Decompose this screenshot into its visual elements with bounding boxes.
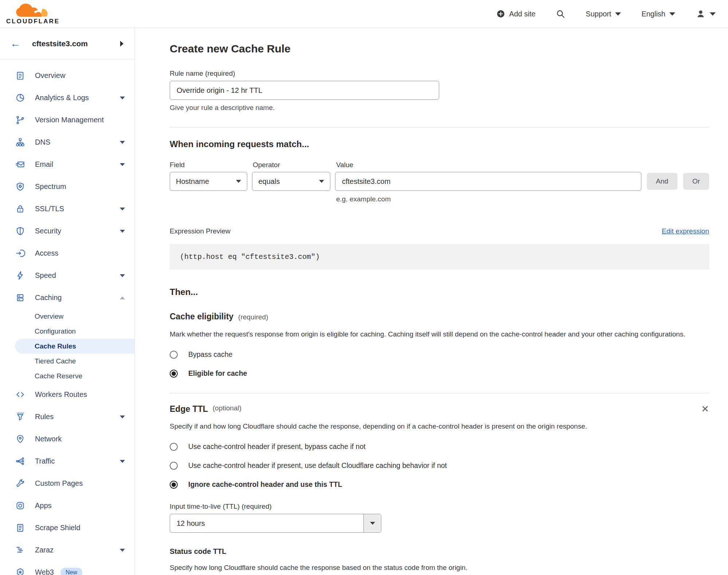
operator-select[interactable]: equals	[252, 172, 330, 191]
sidebar-subitem-cache-rules[interactable]: Cache Rules	[15, 339, 134, 354]
sidebar-subitem-label: Configuration	[35, 327, 76, 335]
sidebar-item-access[interactable]: Access	[0, 242, 134, 264]
sidebar-item-network[interactable]: Network	[0, 428, 134, 450]
sidebar-item-speed[interactable]: Speed	[0, 264, 134, 287]
radio-icon[interactable]	[170, 462, 178, 470]
edge-ttl-title: Edge TTL	[170, 404, 208, 414]
sidebar-item-web3[interactable]: Web3 New	[0, 561, 134, 575]
radio-ignore-cache-control[interactable]: Ignore cache-control header and use this…	[170, 480, 709, 489]
radio-label: Bypass cache	[188, 350, 232, 359]
user-icon	[696, 9, 706, 19]
cache-eligibility-title-row: Cache eligibility (required)	[170, 312, 709, 322]
sidebar-nav: Overview Analytics & Logs Version Manage…	[0, 59, 134, 575]
chevron-right-icon[interactable]	[120, 41, 123, 47]
ttl-input-label: Input time-to-live (TTL) (required)	[170, 503, 709, 511]
radio-bypass-cache[interactable]: Bypass cache	[170, 350, 709, 359]
radio-cache-control-bypass[interactable]: Use cache-control header if present, byp…	[170, 442, 709, 451]
chevron-down-icon	[120, 416, 125, 418]
custom-pages-icon	[15, 478, 25, 489]
sidebar-item-label: Access	[35, 249, 58, 257]
language-menu[interactable]: English	[641, 10, 675, 18]
support-menu[interactable]: Support	[586, 10, 621, 18]
top-bar: CLOUDFLARE Add site Support English	[0, 0, 728, 28]
sidebar-item-security[interactable]: Security	[0, 220, 134, 242]
sidebar-subitem-label: Cache Rules	[35, 342, 76, 350]
chevron-down-icon	[120, 274, 125, 277]
sidebar-item-overview[interactable]: Overview	[0, 64, 134, 87]
ttl-select-dropdown-button[interactable]	[363, 514, 381, 532]
radio-label: Use cache-control header if present, use…	[188, 461, 447, 470]
ttl-select[interactable]: 12 hours	[170, 514, 381, 533]
radio-icon-selected[interactable]	[170, 370, 178, 378]
match-heading: When incoming requests match...	[170, 139, 709, 149]
add-site-button[interactable]: Add site	[496, 9, 535, 18]
cloudflare-wordmark: CLOUDFLARE	[6, 18, 60, 24]
sidebar-item-traffic[interactable]: Traffic	[0, 450, 134, 472]
sidebar-item-spectrum[interactable]: Spectrum	[0, 176, 134, 198]
sidebar-item-label: Custom Pages	[35, 479, 83, 488]
sidebar-subitem-label: Overview	[35, 312, 63, 320]
chevron-down-icon	[120, 141, 125, 144]
account-menu[interactable]	[696, 9, 716, 19]
sidebar-subitem-cache-reserve[interactable]: Cache Reserve	[15, 369, 134, 383]
sidebar-item-label: Apps	[35, 501, 52, 510]
rule-name-input[interactable]	[170, 81, 439, 100]
value-helper: e.g. example.com	[336, 195, 709, 203]
close-icon[interactable]: ✕	[701, 404, 709, 414]
sidebar-item-scrape-shield[interactable]: Scrape Shield	[0, 517, 134, 539]
expression-preview-row: Expression Preview Edit expression	[170, 227, 709, 235]
sidebar-item-apps[interactable]: Apps	[0, 495, 134, 517]
required-tag: (required)	[238, 313, 268, 321]
sidebar-item-custom-pages[interactable]: Custom Pages	[0, 472, 134, 495]
cache-eligibility-title: Cache eligibility	[170, 312, 233, 322]
sidebar-item-email[interactable]: Email	[0, 153, 134, 176]
sidebar-item-caching[interactable]: Caching	[0, 287, 134, 309]
edit-expression-link[interactable]: Edit expression	[662, 227, 709, 235]
radio-icon[interactable]	[170, 443, 178, 451]
sidebar-item-label: DNS	[35, 138, 50, 146]
sidebar-item-label: Rules	[35, 413, 54, 421]
status-code-ttl-description: Specify how long Cloudflare should cache…	[170, 564, 709, 572]
search-button[interactable]	[556, 9, 565, 19]
edge-ttl-description: Specify if and how long Cloudflare shoul…	[170, 421, 605, 432]
operator-label: Operator	[253, 161, 336, 169]
sidebar-subitem-label: Cache Reserve	[35, 372, 82, 380]
value-input[interactable]	[335, 172, 641, 191]
apps-icon	[15, 501, 25, 511]
sidebar-item-label: Zaraz	[35, 546, 54, 554]
sidebar-item-version-management[interactable]: Version Management	[0, 109, 134, 131]
sidebar-subitem-configuration[interactable]: Configuration	[15, 324, 134, 339]
caching-icon	[15, 293, 25, 303]
sidebar-subitem-tiered-cache[interactable]: Tiered Cache	[15, 354, 134, 369]
field-select[interactable]: Hostname	[170, 172, 247, 191]
version-management-icon	[15, 115, 25, 125]
radio-eligible-for-cache[interactable]: Eligible for cache	[170, 369, 709, 378]
and-button[interactable]: And	[647, 173, 677, 190]
sidebar-item-label: Speed	[35, 271, 56, 280]
sidebar-item-label: Caching	[35, 294, 62, 302]
access-icon	[15, 248, 25, 259]
language-label: English	[641, 10, 665, 18]
cloudflare-logo[interactable]: CLOUDFLARE	[6, 4, 60, 24]
radio-icon[interactable]	[170, 351, 178, 359]
radio-icon-selected[interactable]	[170, 481, 178, 489]
radio-label: Use cache-control header if present, byp…	[188, 442, 366, 451]
dns-icon	[15, 137, 25, 147]
new-badge: New	[60, 568, 82, 575]
sidebar-subitem-caching-overview[interactable]: Overview	[15, 309, 134, 324]
sidebar-item-label: Web3	[35, 568, 54, 575]
sidebar-item-zaraz[interactable]: Zaraz	[0, 539, 134, 561]
sidebar-item-rules[interactable]: Rules	[0, 406, 134, 428]
sidebar-item-ssl-tls[interactable]: SSL/TLS	[0, 198, 134, 220]
ttl-select-value: 12 hours	[170, 514, 363, 532]
sidebar-item-dns[interactable]: DNS	[0, 131, 134, 153]
value-label: Value	[336, 161, 353, 169]
sidebar-item-label: Overview	[35, 71, 65, 80]
radio-cache-control-default[interactable]: Use cache-control header if present, use…	[170, 461, 709, 470]
zaraz-icon	[15, 545, 25, 555]
sidebar-item-analytics-logs[interactable]: Analytics & Logs	[0, 87, 134, 109]
or-button[interactable]: Or	[683, 173, 709, 190]
sidebar-item-workers-routes[interactable]: Workers Routes	[0, 383, 134, 406]
speed-icon	[15, 271, 25, 281]
back-arrow-icon[interactable]: ←	[10, 38, 20, 50]
